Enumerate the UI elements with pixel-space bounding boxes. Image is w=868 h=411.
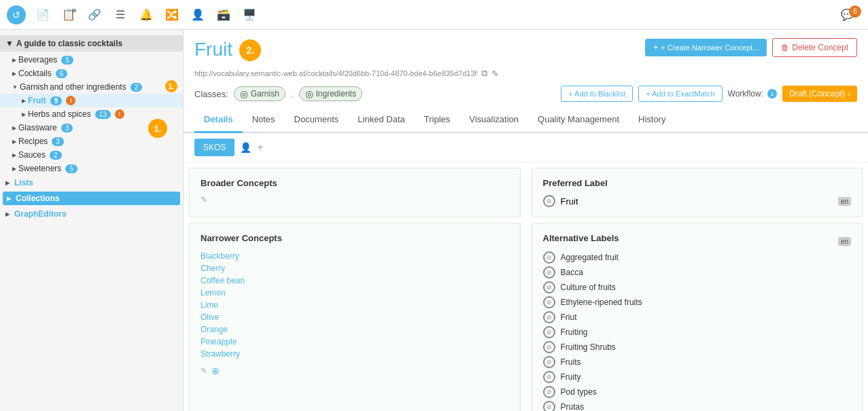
sidebar-item-sauces[interactable]: ▶ Sauces 2 xyxy=(0,148,183,162)
narrower-lime[interactable]: Lime xyxy=(201,299,509,311)
document-icon[interactable]: 📄 xyxy=(34,6,52,24)
alt-label-fruiting-shrubs: ⊘ Fruiting Shrubs xyxy=(543,340,852,355)
broader-edit-icon[interactable]: ✎ xyxy=(201,195,207,204)
tab-linked-data[interactable]: Linked Data xyxy=(348,107,414,133)
alt-label-culture: ⊘ Culture of fruits xyxy=(543,280,852,295)
status-button[interactable]: Draft (Concept) › xyxy=(782,86,857,102)
toolbar: ↺ 📄 📋B 🔗 ☰ 🔔 🔀 👤 🗃️ 🖥️ 💬 6 xyxy=(0,0,868,30)
alt-label-icon: ⊘ xyxy=(543,251,555,264)
expand-icon: ▶ xyxy=(7,196,11,202)
step-badge-1-overlay: 1. xyxy=(148,119,167,138)
person-icon[interactable]: 👤 xyxy=(189,6,207,24)
preferred-label-section: Preferred Label ⊘ Fruit en xyxy=(532,168,863,217)
sidebar-item-beverages[interactable]: ▶ Beverages 5 xyxy=(0,53,183,67)
triangle-icon: ▼ xyxy=(5,39,14,48)
tab-visualization[interactable]: Visualization xyxy=(459,107,528,133)
alt-label-fruity: ⊘ Fruity xyxy=(543,370,852,385)
narrower-lemon[interactable]: Lemon xyxy=(201,287,509,299)
document-b-icon[interactable]: 📋B xyxy=(60,6,77,24)
alt-label-bacca: ⊘ Bacca xyxy=(543,265,852,280)
expand-icon: ▶ xyxy=(22,111,26,118)
expand-icon: ▶ xyxy=(12,166,16,172)
alert-badge: ! xyxy=(115,109,124,119)
garnish-class-icon: ◎ xyxy=(240,88,248,99)
class-garnish[interactable]: ◎ Garnish xyxy=(234,86,285,101)
concept-title: Fruit xyxy=(194,39,232,60)
alt-label-icon: ⊘ xyxy=(543,386,555,398)
database-icon[interactable]: 🗃️ xyxy=(215,6,232,24)
narrower-orange[interactable]: Orange xyxy=(201,323,509,336)
sub-tabs: SKOS 👤 + xyxy=(184,133,868,162)
broader-concepts-icons: ✎ xyxy=(201,195,509,204)
notification-count: 6 xyxy=(849,5,861,18)
sub-tab-add-icon[interactable]: + xyxy=(257,141,263,154)
sidebar-section-grapheditors[interactable]: ▶ GraphEditors xyxy=(0,207,183,221)
narrower-coffee-bean[interactable]: Coffee bean xyxy=(201,274,509,287)
server-icon[interactable]: 🖥️ xyxy=(241,6,258,24)
step-badge-1: 1. xyxy=(165,80,177,92)
alt-label-icon: ⊘ xyxy=(543,326,555,338)
narrower-strawberry[interactable]: Strawberry xyxy=(201,348,509,360)
narrower-concepts-section: Narrower Concepts Blackberry Cherry Coff… xyxy=(189,223,521,411)
expand-icon: ▶ xyxy=(12,152,16,158)
sidebar-section-lists[interactable]: ▶ Lists xyxy=(0,175,183,190)
narrower-olive[interactable]: Olive xyxy=(201,311,509,323)
expand-icon: ▼ xyxy=(12,84,18,90)
tab-triples[interactable]: Triples xyxy=(415,107,460,133)
sub-tab-skos[interactable]: SKOS xyxy=(194,139,235,156)
copy-icon[interactable]: ⧉ xyxy=(481,68,487,79)
alt-label-prutas: ⊘ Prutas xyxy=(543,399,852,411)
tab-history[interactable]: History xyxy=(629,107,675,133)
workflow-actions: + Add to Blacklist + Add to ExactMatch W… xyxy=(561,86,857,102)
narrower-blackberry[interactable]: Blackberry xyxy=(201,250,509,262)
list-icon[interactable]: ☰ xyxy=(111,6,129,24)
add-exactmatch-button[interactable]: + Add to ExactMatch xyxy=(638,86,722,102)
tab-notes[interactable]: Notes xyxy=(243,107,285,133)
tab-details[interactable]: Details xyxy=(194,107,243,133)
sidebar-section-collections[interactable]: ▶ Collections xyxy=(3,192,180,205)
url-row: http://vocabulary.semantic-web.at/cockta… xyxy=(184,65,868,83)
expand-icon: ▶ xyxy=(12,139,16,145)
trash-icon: 🗑 xyxy=(781,43,789,52)
preferred-label-title: Preferred Label xyxy=(543,178,852,188)
sidebar: ▼ A guide to classic cocktails ▶ Beverag… xyxy=(0,30,184,411)
alt-label-icon: ⊘ xyxy=(543,341,555,353)
create-narrower-button[interactable]: + + Create Narrower Concept... xyxy=(645,39,767,56)
alt-label-icon: ⊘ xyxy=(543,371,555,383)
edit-url-icon[interactable]: ✎ xyxy=(491,69,499,79)
expand-icon: ▶ xyxy=(22,98,26,104)
alt-label-friut: ⊘ Friut xyxy=(543,310,852,325)
link-icon[interactable]: 🔗 xyxy=(86,6,103,24)
alt-label-fruiting: ⊘ Fruiting xyxy=(543,325,852,340)
narrower-edit-icon[interactable]: ✎ xyxy=(201,366,207,376)
expand-icon: ▶ xyxy=(12,125,16,131)
refresh-icon[interactable]: ↺ xyxy=(7,5,26,24)
narrower-pineapple[interactable]: Pineapple xyxy=(201,336,509,348)
sidebar-item-fruit[interactable]: ▶ Fruit 9 ! xyxy=(0,94,183,107)
workflow-info-badge: 1 xyxy=(767,89,777,99)
sidebar-item-garnish[interactable]: ▼ Garnish and other ingredients 2 xyxy=(0,80,183,94)
sidebar-item-sweeteners[interactable]: ▶ Sweeteners 5 xyxy=(0,162,183,175)
narrower-cherry[interactable]: Cherry xyxy=(201,262,509,274)
alt-label-fruits: ⊘ Fruits xyxy=(543,355,852,370)
delete-concept-button[interactable]: 🗑 Delete Concept xyxy=(772,38,857,57)
notifications[interactable]: 💬 6 xyxy=(841,8,861,21)
alternative-labels-title: Alternative Labels xyxy=(543,233,619,243)
hierarchy-icon[interactable]: 🔀 xyxy=(163,6,181,24)
add-blacklist-button[interactable]: + Add to Blacklist xyxy=(561,86,633,102)
narrower-add-icon[interactable]: ⊕ xyxy=(211,365,220,376)
ingredients-class-icon: ◎ xyxy=(305,88,313,99)
alt-label-ethylene: ⊘ Ethylene-ripened fruits xyxy=(543,295,852,310)
person-add-icon[interactable]: 👤 xyxy=(240,142,251,153)
class-ingredients[interactable]: ◎ Ingredients xyxy=(299,86,362,101)
bell-icon[interactable]: 🔔 xyxy=(137,6,155,24)
tab-documents[interactable]: Documents xyxy=(285,107,349,133)
expand-icon: ▶ xyxy=(12,71,16,77)
classes-label: Classes: xyxy=(194,89,228,99)
alt-label-icon: ⊘ xyxy=(543,311,555,323)
sidebar-root-item[interactable]: ▼ A guide to classic cocktails xyxy=(0,35,183,52)
tab-quality-management[interactable]: Quality Management xyxy=(528,107,629,133)
header-actions: + + Create Narrower Concept... 🗑 Delete … xyxy=(645,38,857,57)
content-panel: Fruit 2. + + Create Narrower Concept... … xyxy=(184,30,868,411)
sidebar-item-cocktails[interactable]: ▶ Cocktails 6 xyxy=(0,67,183,80)
